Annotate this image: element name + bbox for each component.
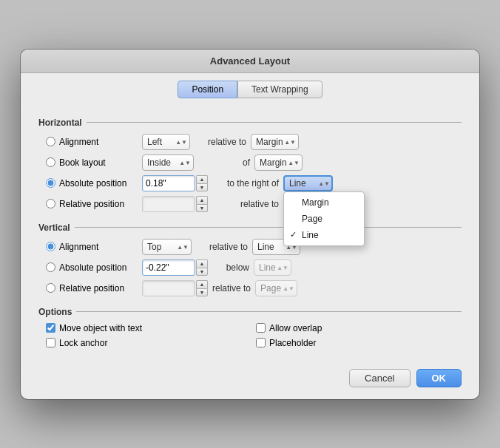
h-relative-mid-label: relative to: [212, 199, 279, 209]
v-alignment-radio-label[interactable]: Alignment: [46, 242, 142, 252]
h-absolute-stepper[interactable]: ▲ ▼: [196, 175, 208, 191]
h-absolute-input[interactable]: [142, 175, 195, 191]
book-select[interactable]: InsideOutside: [142, 155, 194, 171]
move-object-label[interactable]: Move object with text: [46, 323, 251, 333]
v-relative-stepper-up[interactable]: ▲: [196, 280, 208, 288]
h-absolute-rel-select[interactable]: MarginPageLine: [283, 175, 333, 191]
dialog-content: Horizontal Alignment LeftCenterRight ▲▼ …: [21, 98, 479, 360]
v-absolute-stepper-down[interactable]: ▼: [196, 268, 208, 276]
alignment-select-wrapper: LeftCenterRight ▲▼: [142, 134, 190, 150]
h-absolute-label: Absolute position: [59, 178, 126, 189]
book-layout-row: Book layout InsideOutside ▲▼ of MarginPa…: [38, 155, 462, 171]
book-select-wrapper: InsideOutside ▲▼: [142, 155, 194, 171]
v-absolute-radio[interactable]: [46, 262, 55, 272]
allow-overlap-label[interactable]: Allow overlap: [256, 323, 462, 333]
book-layout-label: Book layout: [59, 157, 106, 168]
alignment-select[interactable]: LeftCenterRight: [142, 134, 190, 150]
book-mid-label: of: [198, 157, 250, 168]
v-absolute-row: Absolute position ▲ ▼ below Line ▲▼: [38, 259, 462, 276]
v-absolute-stepper[interactable]: ▲ ▼: [196, 259, 208, 276]
alignment-rel-select-wrapper: MarginPage ▲▼: [251, 134, 299, 150]
v-relative-stepper[interactable]: ▲ ▼: [196, 280, 208, 296]
book-rel-select-wrapper: MarginPage ▲▼: [254, 155, 303, 171]
lock-anchor-checkbox[interactable]: [46, 338, 55, 347]
book-layout-radio[interactable]: [46, 157, 55, 167]
h-relative-row: Relative position ▲ ▼ relative to Margin…: [38, 196, 462, 212]
options-grid: Move object with text Allow overlap Lock…: [38, 323, 462, 348]
lock-anchor-text: Lock anchor: [59, 338, 107, 348]
v-alignment-radio[interactable]: [46, 242, 55, 251]
advanced-layout-dialog: Advanced Layout Position Text Wrapping H…: [21, 50, 479, 399]
v-relative-rel-select-wrapper: Page ▲▼: [255, 280, 297, 296]
dialog-footer: Cancel OK: [21, 360, 479, 399]
alignment-radio[interactable]: [46, 137, 55, 146]
h-absolute-rel-select-wrapper: MarginPageLine ▲▼: [283, 175, 333, 191]
h-absolute-dropdown-wrapper: MarginPageLine ▲▼ Margin Page Line: [283, 175, 333, 191]
allow-overlap-checkbox[interactable]: [256, 323, 266, 333]
h-relative-stepper-down[interactable]: ▼: [196, 204, 208, 212]
placeholder-text: Placeholder: [269, 338, 316, 348]
v-alignment-select-wrapper: TopCenterBottom ▲▼: [142, 239, 192, 255]
tab-bar: Position Text Wrapping: [21, 73, 479, 98]
h-relative-label: Relative position: [59, 199, 124, 209]
v-absolute-input[interactable]: [142, 259, 195, 276]
v-relative-radio[interactable]: [46, 283, 55, 293]
vertical-section-label: Vertical: [38, 223, 462, 233]
h-relative-stepper[interactable]: ▲ ▼: [196, 196, 208, 212]
h-relative-input[interactable]: [142, 196, 195, 212]
placeholder-checkbox[interactable]: [256, 338, 266, 347]
h-absolute-radio[interactable]: [46, 178, 55, 188]
v-relative-label: Relative position: [59, 283, 124, 293]
v-relative-input[interactable]: [142, 280, 195, 296]
tab-position[interactable]: Position: [178, 81, 237, 98]
alignment-radio-label[interactable]: Alignment: [46, 137, 142, 147]
dropdown-item-margin[interactable]: Margin: [284, 194, 364, 211]
h-absolute-mid-label: to the right of: [212, 178, 279, 189]
v-relative-mid-label: relative to: [212, 283, 251, 293]
cancel-button[interactable]: Cancel: [349, 369, 410, 387]
h-absolute-row: Absolute position ▲ ▼ to the right of Ma…: [38, 175, 462, 191]
v-absolute-rel-select-wrapper: Line ▲▼: [254, 259, 291, 276]
lock-anchor-label[interactable]: Lock anchor: [46, 338, 251, 348]
v-absolute-radio-label[interactable]: Absolute position: [46, 262, 142, 273]
v-absolute-stepper-up[interactable]: ▲: [196, 259, 208, 268]
h-absolute-stepper-down[interactable]: ▼: [196, 183, 208, 191]
h-absolute-radio-label[interactable]: Absolute position: [46, 178, 142, 189]
alignment-rel-select[interactable]: MarginPage: [251, 134, 299, 150]
h-relative-radio[interactable]: [46, 199, 55, 208]
book-rel-select[interactable]: MarginPage: [254, 155, 303, 171]
dropdown-item-page[interactable]: Page: [284, 211, 364, 227]
v-relative-row: Relative position ▲ ▼ relative to Page ▲…: [38, 280, 462, 296]
v-alignment-label: Alignment: [59, 242, 98, 252]
v-alignment-row: Alignment TopCenterBottom ▲▼ relative to…: [38, 239, 462, 255]
ok-button[interactable]: OK: [416, 369, 462, 387]
placeholder-label[interactable]: Placeholder: [256, 338, 462, 348]
tab-text-wrapping[interactable]: Text Wrapping: [237, 81, 322, 98]
v-relative-stepper-down[interactable]: ▼: [196, 288, 208, 296]
h-relative-radio-label[interactable]: Relative position: [46, 199, 142, 209]
allow-overlap-text: Allow overlap: [269, 323, 322, 333]
v-absolute-label: Absolute position: [59, 262, 126, 273]
v-absolute-mid-label: below: [212, 262, 249, 273]
dropdown-item-line[interactable]: Line: [284, 227, 364, 243]
horizontal-alignment-row: Alignment LeftCenterRight ▲▼ relative to…: [38, 134, 462, 150]
alignment-mid-label: relative to: [195, 137, 246, 147]
v-absolute-rel-select: Line: [254, 259, 291, 276]
alignment-label: Alignment: [59, 137, 98, 147]
dropdown-popup: Margin Page Line: [283, 191, 365, 246]
move-object-text: Move object with text: [59, 323, 142, 333]
dialog-title: Advanced Layout: [21, 50, 479, 73]
options-section-label: Options: [38, 307, 462, 317]
v-relative-radio-label[interactable]: Relative position: [46, 283, 142, 293]
book-layout-radio-label[interactable]: Book layout: [46, 157, 142, 168]
h-relative-stepper-up[interactable]: ▲: [196, 196, 208, 204]
horizontal-section-label: Horizontal: [38, 118, 462, 128]
h-absolute-stepper-up[interactable]: ▲: [196, 175, 208, 183]
v-alignment-mid-label: relative to: [196, 242, 248, 252]
v-relative-rel-select: Page: [255, 280, 297, 296]
v-alignment-select[interactable]: TopCenterBottom: [142, 239, 192, 255]
move-object-checkbox[interactable]: [46, 323, 55, 333]
